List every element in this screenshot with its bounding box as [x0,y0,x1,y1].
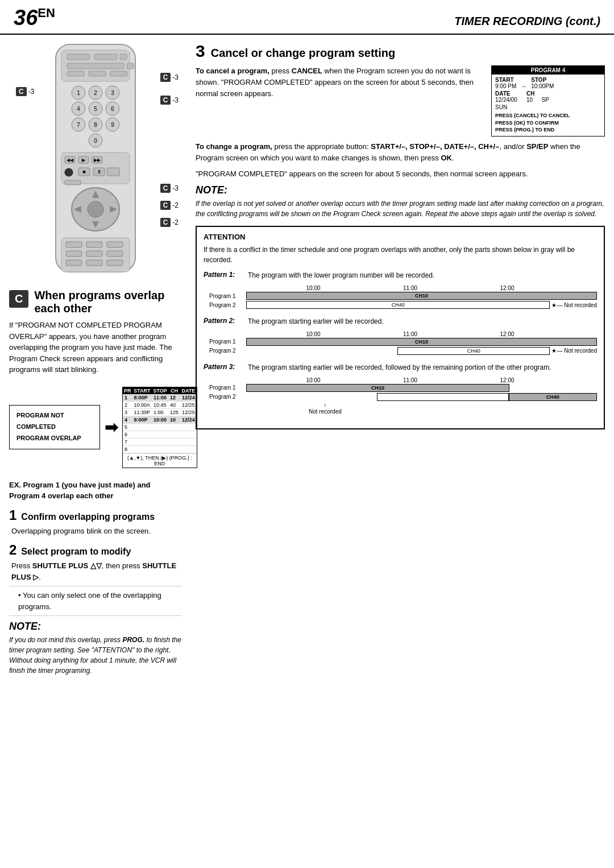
note2-body: If the overlap is not yet solved or anot… [196,199,605,219]
svg-text:▶▶: ▶▶ [94,158,101,163]
change-text2: "PROGRAM COMPLETED" appears on the scree… [196,168,605,180]
program4-time-row: START 9:00 PM → STOP 10:00PM [495,77,601,89]
svg-text:1: 1 [77,90,80,96]
table-row: 6 [123,431,197,438]
page-header: 36EN TIMER RECORDING (cont.) [0,0,614,35]
attention-title: ATTENTION [204,233,597,241]
step3-heading: 3 Cancel or change program setting [196,42,605,61]
divider2 [9,615,182,616]
svg-rect-42 [107,168,119,176]
pattern3-desc: The program starting earlier will be rec… [248,363,597,373]
pattern2-label: Pattern 2: [204,317,243,325]
bullet-item: You can only select one of the overlappi… [9,590,182,612]
section-c-body: If "PROGRAM NOT COMPLETED PROGRAM OVERLA… [9,320,182,375]
c-sub-1: -3 [28,88,35,96]
svg-text:2: 2 [94,90,97,96]
svg-rect-51 [66,242,82,247]
table-row: 210:00A10:454012/25 [123,401,197,408]
svg-rect-59 [107,260,123,266]
not-recorded-3: Not recorded [309,408,342,415]
pattern2-prog1: Program 1 CH10 [209,338,597,346]
change-text: To change a program, press the appropria… [196,141,605,164]
pattern2-prog2: Program 2 CH40 ★— Not recorded [209,347,597,355]
svg-text:8: 8 [94,122,97,128]
c2-label-r1: C -2 [160,201,179,210]
page-number: 36EN [14,6,55,30]
svg-text:▶: ▶ [82,158,86,163]
pattern3-label: Pattern 3: [204,363,243,371]
main-layout: C -3 [0,42,614,680]
step1-title: Confirm overlapping programs [21,512,155,522]
pattern3-timeline: 10:00 11:00 12:00 Program 1 CH10 Program… [209,377,597,415]
step2-heading: 2 Select program to modify [9,542,182,558]
svg-rect-8 [89,71,106,76]
program4-date-row: DATE 12/24/00 CH 10 SP [495,90,601,103]
c-icon-1: C [16,87,27,96]
attention-body: If there is a conflict in the timer sche… [204,245,597,265]
svg-rect-6 [127,63,134,69]
section-c-title: When programs overlap each other [34,289,182,315]
svg-text:7: 7 [77,122,80,128]
c3-label-r2: C -3 [160,96,179,105]
svg-rect-5 [67,63,124,69]
pattern1-row: Pattern 1: The program with the lower pr… [204,271,597,280]
svg-rect-3 [94,54,117,60]
program4-notice: PRESS (CANCEL) TO CANCEL PRESS (OK) TO C… [495,112,601,134]
error-line1: PROGRAM NOT COMPLETED [16,410,93,433]
svg-point-49 [88,201,103,217]
svg-text:9: 9 [111,122,114,128]
step1-number: 1 [9,507,16,523]
pattern1-prog2: Program 2 CH40 ★— Not recorded [209,301,597,309]
not-recorded-1: ★— Not recorded [551,302,597,308]
right-column: 3 Cancel or change program setting PROGR… [191,42,605,680]
c3-label-r1: C -3 [160,73,179,82]
step1-heading: 1 Confirm overlapping programs [9,507,182,523]
program-error-box: PROGRAM NOT COMPLETED PROGRAM OVERLAP [9,405,100,449]
pattern1-label: Pattern 1: [204,271,243,279]
svg-rect-53 [107,242,123,247]
table-row: 5 [123,423,197,431]
svg-rect-9 [110,71,127,76]
svg-rect-43 [65,180,81,185]
step3-number: 3 [196,42,205,61]
section-c-heading: C When programs overlap each other [9,289,182,315]
step2-number: 2 [9,542,16,558]
note2-title: NOTE: [196,184,605,196]
pattern2-row: Pattern 2: The program starting earlier … [204,317,597,326]
table-row: 18:00P11:001212/24 [123,394,197,402]
pattern3-prog2: Program 2 CH40 [209,393,597,401]
svg-rect-4 [120,54,127,60]
c3-label-r3: C -3 [160,184,179,193]
pattern1-timeline: 10:00 11:00 12:00 Program 1 CH10 Program… [209,285,597,309]
svg-rect-55 [86,251,102,257]
remote-illustration: C -3 [9,42,182,282]
pattern2-section: Pattern 2: The program starting earlier … [204,317,597,355]
step1-body: Overlapping programs blink on the screen… [9,526,182,537]
table-row: 7 [123,438,197,445]
table-row: 311:30P1:0012512/25 [123,408,197,416]
remote-svg: 1 2 3 4 5 6 7 8 9 [39,42,152,280]
program4-box: PROGRAM 4 START 9:00 PM → STOP 10:00PM [491,65,605,137]
step2-title: Select program to modify [21,547,131,557]
svg-text:6: 6 [111,106,114,112]
svg-rect-57 [66,260,82,266]
svg-rect-58 [86,260,102,266]
program4-header: PROGRAM 4 [492,66,604,75]
step3-title: Cancel or change program setting [211,47,396,60]
table-row: 49:00P10:001012/24 [123,416,197,423]
svg-rect-56 [107,251,123,257]
svg-text:⏸: ⏸ [97,169,102,175]
svg-rect-2 [67,54,90,60]
cancel-section: PROGRAM 4 START 9:00 PM → STOP 10:00PM [196,65,605,141]
note1-body: If you do not mind this overlap, press P… [9,635,182,676]
overlap-box: PROGRAM NOT COMPLETED PROGRAM OVERLAP ➡ … [9,381,182,474]
page-title: TIMER RECORDING (cont.) [454,15,600,28]
pattern1-prog1: Program 1 CH10 [209,292,597,300]
pattern1-section: Pattern 1: The program with the lower pr… [204,271,597,309]
c3-label-left: C -3 [16,87,34,96]
not-recorded-3-container: ↑ Not recorded [246,402,597,415]
program-check-screen: PR START STOP CH DATE 18:00P11:001212/24… [122,387,197,468]
pattern1-desc: The program with the lower program numbe… [248,271,597,280]
program4-body: START 9:00 PM → STOP 10:00PM DATE 12/24/… [492,75,604,136]
overlap-arrow: ➡ [105,418,118,437]
